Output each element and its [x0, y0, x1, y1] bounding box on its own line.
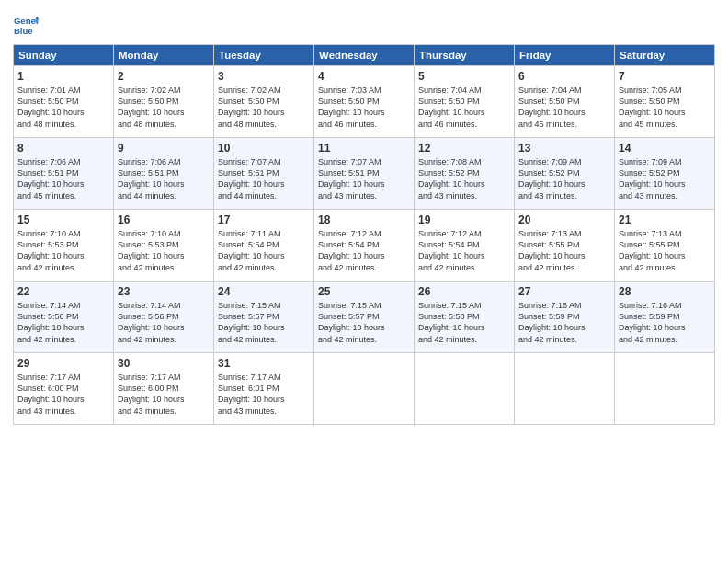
day-info: Sunrise: 7:13 AM	[518, 228, 610, 239]
day-number: 16	[118, 213, 210, 227]
day-info: Sunrise: 7:14 AM	[118, 300, 210, 311]
day-number: 13	[518, 141, 610, 155]
day-info: and 43 minutes.	[619, 190, 711, 201]
header: General Blue	[13, 9, 715, 39]
day-info: Daylight: 10 hours	[218, 322, 310, 333]
calendar-cell: 14Sunrise: 7:09 AMSunset: 5:52 PMDayligh…	[615, 138, 715, 210]
day-number: 10	[218, 141, 310, 155]
calendar-cell: 19Sunrise: 7:12 AMSunset: 5:54 PMDayligh…	[415, 210, 515, 282]
day-info: Daylight: 10 hours	[418, 322, 510, 333]
calendar-cell: 3Sunrise: 7:02 AMSunset: 5:50 PMDaylight…	[214, 66, 314, 138]
day-info: Sunrise: 7:10 AM	[118, 228, 210, 239]
day-number: 8	[17, 141, 109, 155]
day-number: 12	[418, 141, 510, 155]
day-info: Sunset: 5:54 PM	[218, 239, 310, 250]
day-info: Sunrise: 7:06 AM	[17, 156, 109, 167]
col-monday: Monday	[114, 45, 214, 66]
day-info: Sunrise: 7:13 AM	[619, 228, 711, 239]
day-info: Sunset: 6:01 PM	[218, 383, 310, 394]
calendar-cell: 23Sunrise: 7:14 AMSunset: 5:56 PMDayligh…	[114, 282, 214, 353]
calendar-week-2: 8Sunrise: 7:06 AMSunset: 5:51 PMDaylight…	[14, 138, 715, 210]
day-info: Daylight: 10 hours	[418, 178, 510, 190]
calendar-cell: 21Sunrise: 7:13 AMSunset: 5:55 PMDayligh…	[615, 210, 715, 282]
day-info: Sunrise: 7:05 AM	[619, 85, 711, 96]
logo-icon: General Blue	[13, 13, 39, 39]
day-info: Daylight: 10 hours	[17, 394, 109, 405]
day-number: 25	[318, 284, 410, 299]
day-info: Sunset: 5:56 PM	[118, 311, 210, 322]
day-number: 15	[17, 213, 109, 227]
day-info: Sunrise: 7:03 AM	[318, 85, 410, 96]
day-info: Sunrise: 7:09 AM	[518, 156, 610, 167]
day-info: and 42 minutes.	[17, 262, 109, 273]
calendar-week-5: 29Sunrise: 7:17 AMSunset: 6:00 PMDayligh…	[14, 353, 715, 425]
day-info: Sunrise: 7:16 AM	[518, 300, 610, 311]
day-info: Daylight: 10 hours	[619, 107, 711, 118]
day-info: Daylight: 10 hours	[318, 178, 410, 190]
day-info: and 43 minutes.	[318, 190, 410, 201]
day-info: Sunrise: 7:08 AM	[418, 156, 510, 167]
day-info: and 42 minutes.	[218, 334, 310, 345]
day-number: 30	[118, 356, 210, 371]
day-number: 2	[118, 69, 210, 84]
day-info: Sunset: 5:54 PM	[318, 239, 410, 250]
day-info: Daylight: 10 hours	[17, 322, 109, 333]
calendar-cell: 6Sunrise: 7:04 AMSunset: 5:50 PMDaylight…	[515, 66, 615, 138]
calendar-body: 1Sunrise: 7:01 AMSunset: 5:50 PMDaylight…	[14, 66, 715, 425]
day-info: and 45 minutes.	[619, 119, 711, 130]
col-tuesday: Tuesday	[214, 45, 314, 66]
calendar-week-4: 22Sunrise: 7:14 AMSunset: 5:56 PMDayligh…	[14, 282, 715, 353]
day-number: 17	[218, 213, 310, 227]
day-info: Sunset: 5:53 PM	[118, 239, 210, 250]
day-info: Daylight: 10 hours	[518, 250, 610, 261]
day-info: Daylight: 10 hours	[118, 322, 210, 333]
day-info: Sunrise: 7:04 AM	[518, 85, 610, 96]
day-info: Daylight: 10 hours	[17, 250, 109, 261]
day-info: Sunset: 6:00 PM	[118, 383, 210, 394]
day-number: 4	[318, 69, 410, 84]
day-info: Sunrise: 7:07 AM	[218, 156, 310, 167]
day-info: Sunrise: 7:14 AM	[17, 300, 109, 311]
day-info: Daylight: 10 hours	[518, 107, 610, 118]
day-number: 14	[619, 141, 711, 155]
day-info: and 48 minutes.	[118, 119, 210, 130]
calendar-cell: 4Sunrise: 7:03 AMSunset: 5:50 PMDaylight…	[314, 66, 415, 138]
calendar-cell: 30Sunrise: 7:17 AMSunset: 6:00 PMDayligh…	[114, 353, 214, 425]
day-info: Daylight: 10 hours	[17, 178, 109, 190]
col-wednesday: Wednesday	[314, 45, 415, 66]
day-number: 29	[17, 356, 109, 371]
day-info: Sunrise: 7:02 AM	[218, 85, 310, 96]
day-info: Sunset: 5:59 PM	[518, 311, 610, 322]
day-number: 19	[418, 213, 510, 227]
day-info: Sunrise: 7:02 AM	[118, 85, 210, 96]
calendar-cell: 27Sunrise: 7:16 AMSunset: 5:59 PMDayligh…	[515, 282, 615, 353]
page-container: General Blue Sunday Monday Tuesday Wedne…	[0, 0, 728, 432]
day-info: and 42 minutes.	[619, 334, 711, 345]
day-info: Daylight: 10 hours	[218, 107, 310, 118]
day-info: Sunset: 5:54 PM	[418, 239, 510, 250]
calendar-table: Sunday Monday Tuesday Wednesday Thursday…	[13, 44, 715, 425]
day-info: Daylight: 10 hours	[619, 178, 711, 190]
day-number: 26	[418, 284, 510, 299]
day-info: and 42 minutes.	[619, 262, 711, 273]
day-number: 24	[218, 284, 310, 299]
col-saturday: Saturday	[615, 45, 715, 66]
day-info: Sunset: 5:53 PM	[17, 239, 109, 250]
day-info: Sunrise: 7:15 AM	[218, 300, 310, 311]
day-info: and 43 minutes.	[418, 190, 510, 201]
day-number: 23	[118, 284, 210, 299]
day-info: Sunset: 5:50 PM	[218, 96, 310, 107]
calendar-cell: 5Sunrise: 7:04 AMSunset: 5:50 PMDaylight…	[415, 66, 515, 138]
day-info: Sunrise: 7:17 AM	[118, 372, 210, 383]
day-info: and 45 minutes.	[518, 119, 610, 130]
day-info: Daylight: 10 hours	[318, 322, 410, 333]
day-info: and 42 minutes.	[17, 334, 109, 345]
day-number: 20	[518, 213, 610, 227]
day-info: and 44 minutes.	[118, 190, 210, 201]
day-info: Sunrise: 7:09 AM	[619, 156, 711, 167]
day-number: 5	[418, 69, 510, 84]
day-number: 3	[218, 69, 310, 84]
day-info: Daylight: 10 hours	[418, 107, 510, 118]
day-info: Daylight: 10 hours	[619, 250, 711, 261]
day-info: Sunrise: 7:15 AM	[318, 300, 410, 311]
